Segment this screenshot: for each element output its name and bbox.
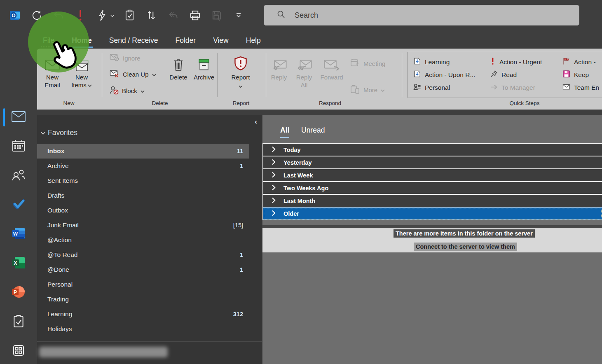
meeting-icon <box>350 58 360 69</box>
date-group-row[interactable]: Two Weeks Ago <box>263 182 602 195</box>
reply-all-button[interactable]: Reply All <box>293 52 316 89</box>
chevron-down-icon <box>40 128 46 137</box>
tab-view[interactable]: View <box>212 34 230 49</box>
chevron-down-icon <box>110 12 114 19</box>
date-group-row[interactable]: Last Month <box>263 195 602 208</box>
quick-step-icon <box>413 70 421 79</box>
folder-row[interactable]: Outbox <box>37 203 249 218</box>
nav-apps[interactable] <box>9 343 28 359</box>
tab-home[interactable]: Home <box>71 34 93 49</box>
nav-todo[interactable] <box>9 197 28 213</box>
quick-step-item[interactable]: Keep <box>562 68 602 81</box>
calendar-icon <box>12 139 26 154</box>
quick-step-item[interactable]: Action - <box>562 56 602 68</box>
folder-row[interactable]: Learning 312 <box>37 307 249 322</box>
unread-count: 1 <box>240 252 243 258</box>
chevron-down-icon <box>227 82 255 90</box>
chevron-down-icon <box>152 71 156 78</box>
delete-button[interactable]: Delete <box>167 52 190 82</box>
quick-actions-button[interactable] <box>96 7 114 23</box>
clean-up-button[interactable]: Clean Up <box>110 70 156 79</box>
quick-step-item[interactable]: Read <box>490 68 562 81</box>
server-notice-text: There are more items in this folder on t… <box>394 229 535 238</box>
folder-row[interactable]: Inbox 11 <box>37 144 249 159</box>
date-group-row[interactable]: Older <box>263 208 602 220</box>
new-items-icon <box>68 52 95 72</box>
undo-icon[interactable] <box>52 7 65 23</box>
more-button[interactable]: More <box>350 85 385 95</box>
date-group-row[interactable]: Today <box>263 144 602 156</box>
folder-row[interactable]: Trading <box>37 292 249 307</box>
nav-word[interactable]: W <box>9 226 28 242</box>
folder-row[interactable]: Junk Email [15] <box>37 218 249 233</box>
report-icon <box>227 52 255 72</box>
block-button[interactable]: Block <box>110 86 145 96</box>
chevron-down-icon <box>88 82 92 89</box>
group-label-new: New <box>63 100 74 106</box>
ribbon-bottom-strip <box>0 110 602 115</box>
print-icon[interactable] <box>188 7 201 23</box>
favorites-header[interactable]: Favorites <box>40 128 77 137</box>
nav-calendar[interactable] <box>9 139 28 154</box>
tab-folder[interactable]: Folder <box>175 34 197 49</box>
reply-icon <box>268 52 290 72</box>
nav-tasks[interactable] <box>9 314 28 330</box>
filter-tab-all[interactable]: All <box>280 126 289 135</box>
save-icon[interactable] <box>210 7 223 23</box>
group-label-respond: Respond <box>319 100 341 106</box>
tasks-icon[interactable] <box>123 7 136 23</box>
folder-row[interactable]: @To Read 1 <box>37 247 249 262</box>
important-icon[interactable] <box>74 7 87 23</box>
report-button[interactable]: Report <box>227 52 255 90</box>
quick-step-item[interactable]: Action - Upon R... <box>413 68 490 81</box>
date-group-row[interactable]: Yesterday <box>263 156 602 169</box>
sort-icon[interactable] <box>145 7 158 23</box>
group-separator <box>266 53 266 97</box>
nav-excel[interactable]: X <box>9 256 28 271</box>
folder-row[interactable]: @Action <box>37 233 249 247</box>
reply-all-icon <box>293 52 316 72</box>
account-email-redacted[interactable] <box>39 347 168 357</box>
reply-button[interactable]: Reply <box>268 52 290 82</box>
unread-count: 1 <box>240 163 243 169</box>
unread-count: [15] <box>233 222 243 229</box>
collapse-pane-icon[interactable]: ‹ <box>255 118 257 126</box>
folder-row[interactable]: @Done 1 <box>37 262 249 277</box>
search-input[interactable]: Search <box>264 5 579 26</box>
undo-all-icon[interactable] <box>166 7 180 23</box>
title-bar: O Search <box>0 0 602 33</box>
date-group-row[interactable]: Last Week <box>263 169 602 182</box>
new-email-button[interactable]: New Email <box>40 52 64 89</box>
ignore-button[interactable]: Ignore <box>110 54 141 63</box>
archive-button[interactable]: Archive <box>191 52 217 82</box>
quick-step-item[interactable]: Learning <box>413 56 490 68</box>
folder-row[interactable]: Holidays <box>37 322 249 336</box>
quick-step-item[interactable]: Action - Urgent <box>490 56 562 68</box>
forward-button[interactable]: Forward <box>319 52 344 82</box>
quick-step-item[interactable]: Personal <box>413 82 490 94</box>
tab-send-receive[interactable]: Send / Receive <box>108 34 159 49</box>
unread-count: 1 <box>240 266 243 273</box>
quick-step-item[interactable]: Team En <box>562 82 602 94</box>
group-separator <box>102 53 102 97</box>
customize-toolbar-icon[interactable] <box>232 7 245 23</box>
meeting-button[interactable]: Meeting <box>350 58 385 69</box>
outlook-logo-icon: O <box>8 7 21 23</box>
filter-tab-unread[interactable]: Unread <box>301 126 325 135</box>
tab-file[interactable]: File <box>42 34 55 49</box>
folder-row[interactable]: Sent Items <box>37 173 249 188</box>
folder-row[interactable]: Archive 1 <box>37 159 249 173</box>
nav-people[interactable] <box>9 168 28 184</box>
folder-row[interactable]: Personal <box>37 277 249 292</box>
send-receive-icon[interactable] <box>30 7 43 23</box>
svg-text:P: P <box>14 289 17 295</box>
quick-step-item[interactable]: To Manager <box>490 82 562 94</box>
connect-to-server-link[interactable]: Connect to the server to view them <box>414 243 517 251</box>
search-placeholder: Search <box>295 11 318 20</box>
tab-help[interactable]: Help <box>245 34 262 49</box>
todo-icon <box>12 198 26 212</box>
nav-powerpoint[interactable]: P <box>9 285 28 301</box>
nav-mail[interactable] <box>9 110 28 125</box>
new-items-button[interactable]: New Items <box>68 52 95 89</box>
folder-row[interactable]: Drafts <box>37 188 249 203</box>
